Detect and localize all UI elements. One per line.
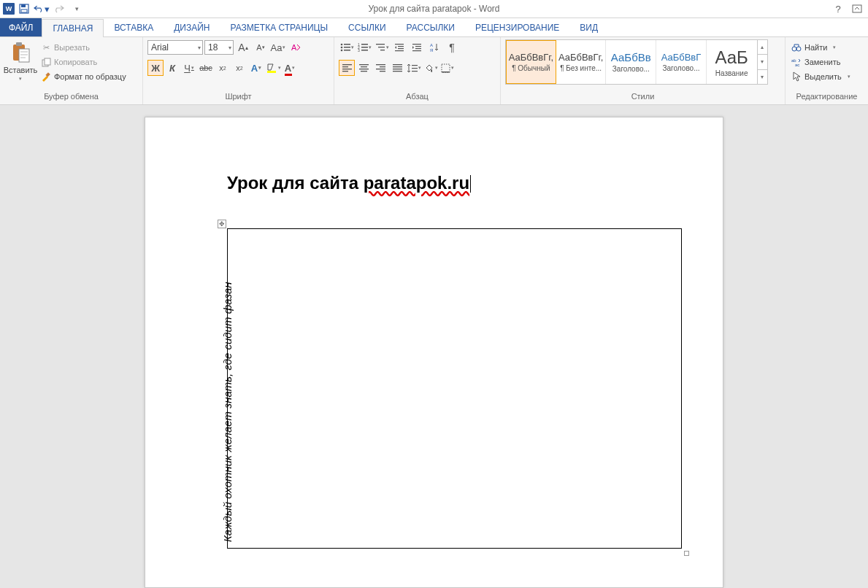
- align-right-button[interactable]: [372, 60, 388, 76]
- table-resize-handle[interactable]: [684, 551, 689, 556]
- select-button[interactable]: Выделить ▾: [790, 70, 852, 83]
- ribbon-collapse-button[interactable]: [849, 1, 865, 17]
- copy-button[interactable]: Копировать: [39, 55, 128, 69]
- subscript-button[interactable]: x2: [215, 60, 231, 76]
- heading-link: paratapok.ru: [364, 173, 469, 193]
- grow-font-button[interactable]: A▴: [235, 39, 251, 55]
- svg-rect-29: [398, 48, 404, 49]
- scissors-icon: ✂: [41, 42, 51, 53]
- group-styles: АаБбВвГг, ¶ Обычный АаБбВвГг, ¶ Без инте…: [501, 37, 786, 104]
- underline-button[interactable]: Ч▾: [181, 60, 197, 76]
- increase-indent-button[interactable]: [409, 39, 425, 55]
- clear-formatting-button[interactable]: A: [288, 39, 304, 55]
- font-color-button[interactable]: A▾: [282, 60, 298, 76]
- tab-home[interactable]: ГЛАВНАЯ: [42, 19, 104, 37]
- svg-rect-24: [376, 44, 385, 45]
- find-button[interactable]: Найти ▾: [790, 41, 852, 54]
- numbering-button[interactable]: 123▾: [356, 39, 372, 55]
- word-app-icon[interactable]: W: [3, 3, 15, 15]
- svg-rect-38: [342, 66, 348, 67]
- sort-button[interactable]: AЯ: [426, 39, 442, 55]
- italic-button[interactable]: К: [164, 60, 180, 76]
- svg-point-58: [792, 47, 796, 51]
- highlight-button[interactable]: ▾: [265, 60, 281, 76]
- table-cell-text[interactable]: Каждый охотник желает знать, где сидит ф…: [221, 282, 234, 542]
- change-case-button[interactable]: Aa▾: [270, 39, 286, 55]
- help-button[interactable]: ?: [830, 1, 846, 17]
- svg-rect-39: [342, 69, 352, 69]
- styles-gallery[interactable]: АаБбВвГг, ¶ Обычный АаБбВвГг, ¶ Без инте…: [505, 39, 768, 85]
- brush-icon: [41, 71, 51, 82]
- copy-icon: [41, 57, 51, 67]
- multilevel-list-button[interactable]: ▾: [374, 39, 390, 55]
- document-workspace[interactable]: Урок для сайта paratapok.ru ✥ Каждый охо…: [0, 105, 868, 588]
- tab-layout[interactable]: РАЗМЕТКА СТРАНИЦЫ: [220, 18, 339, 36]
- cursor-icon: [791, 71, 802, 82]
- borders-button[interactable]: ▾: [439, 60, 456, 76]
- undo-button[interactable]: ▾: [34, 1, 50, 17]
- copy-label: Копировать: [54, 58, 97, 66]
- font-size-combo[interactable]: 18 ▾: [204, 40, 234, 55]
- page[interactable]: Урок для сайта paratapok.ru ✥ Каждый охо…: [145, 117, 723, 588]
- gallery-up-icon[interactable]: ▴: [758, 40, 768, 55]
- line-spacing-button[interactable]: ▾: [406, 60, 422, 76]
- text-effects-button[interactable]: A▾: [248, 60, 264, 76]
- shrink-font-button[interactable]: A▾: [253, 39, 269, 55]
- cut-button[interactable]: ✂ Вырезать: [39, 41, 128, 54]
- svg-rect-25: [378, 47, 385, 47]
- tab-mailings[interactable]: РАССЫЛКИ: [396, 18, 465, 36]
- align-left-button[interactable]: [339, 60, 355, 76]
- svg-rect-34: [412, 50, 421, 51]
- svg-rect-33: [415, 48, 421, 49]
- shading-button[interactable]: ▾: [423, 60, 439, 76]
- svg-rect-50: [393, 66, 402, 67]
- strikethrough-button[interactable]: abc: [198, 60, 214, 76]
- svg-rect-57: [442, 71, 450, 73]
- gallery-down-icon[interactable]: ▾: [758, 55, 768, 69]
- bullets-button[interactable]: ▾: [339, 39, 355, 55]
- style-no-spacing[interactable]: АаБбВвГг, ¶ Без инте...: [556, 40, 607, 84]
- tab-file[interactable]: ФАЙЛ: [0, 18, 42, 36]
- tab-review[interactable]: РЕЦЕНЗИРОВАНИЕ: [465, 18, 569, 36]
- tab-insert[interactable]: ВСТАВКА: [104, 18, 164, 36]
- style-heading1[interactable]: АаБбВв Заголово...: [606, 40, 656, 84]
- tab-references[interactable]: ССЫЛКИ: [338, 18, 396, 36]
- paste-button[interactable]: Вставить ▾: [4, 39, 37, 82]
- redo-button[interactable]: [51, 1, 67, 17]
- font-name-combo[interactable]: Arial ▾: [147, 40, 203, 55]
- gallery-more-icon[interactable]: ▾: [758, 70, 768, 84]
- replace-button[interactable]: abac Заменить: [790, 55, 852, 69]
- svg-rect-8: [45, 58, 50, 65]
- svg-rect-11: [267, 71, 276, 73]
- style-title[interactable]: АаБ Название: [707, 40, 757, 84]
- style-normal[interactable]: АаБбВвГг, ¶ Обычный: [506, 40, 556, 84]
- table[interactable]: Каждый охотник желает знать, где сидит ф…: [227, 228, 682, 549]
- justify-button[interactable]: [389, 60, 405, 76]
- svg-rect-2: [21, 9, 27, 12]
- window-title: Урок для сайта paratapok - Word: [368, 4, 499, 14]
- format-painter-button[interactable]: Формат по образцу: [39, 70, 128, 83]
- styles-gallery-scroll[interactable]: ▴ ▾ ▾: [757, 40, 768, 84]
- svg-rect-41: [359, 64, 369, 65]
- svg-rect-31: [412, 44, 421, 45]
- decrease-indent-button[interactable]: [391, 39, 407, 55]
- align-center-button[interactable]: [356, 60, 372, 76]
- tab-view[interactable]: ВИД: [569, 18, 608, 36]
- group-paragraph-label: Абзац: [339, 92, 496, 104]
- show-marks-button[interactable]: ¶: [444, 39, 460, 55]
- superscript-button[interactable]: x2: [231, 60, 247, 76]
- svg-text:Я: Я: [430, 48, 433, 53]
- svg-rect-55: [412, 71, 418, 71]
- svg-rect-48: [380, 71, 385, 71]
- table-move-handle[interactable]: ✥: [218, 220, 226, 228]
- qat-customize[interactable]: ▾: [69, 1, 85, 17]
- svg-point-14: [340, 47, 342, 49]
- tab-design[interactable]: ДИЗАЙН: [164, 18, 220, 36]
- document-heading[interactable]: Урок для сайта paratapok.ru: [227, 173, 645, 193]
- style-heading2[interactable]: АаБбВвГ Заголово...: [656, 40, 707, 84]
- format-painter-label: Формат по образцу: [54, 72, 126, 81]
- bold-button[interactable]: Ж: [147, 60, 164, 76]
- save-button[interactable]: [16, 1, 32, 17]
- svg-rect-15: [344, 47, 350, 48]
- ribbon: Вставить ▾ ✂ Вырезать Копировать: [0, 37, 868, 105]
